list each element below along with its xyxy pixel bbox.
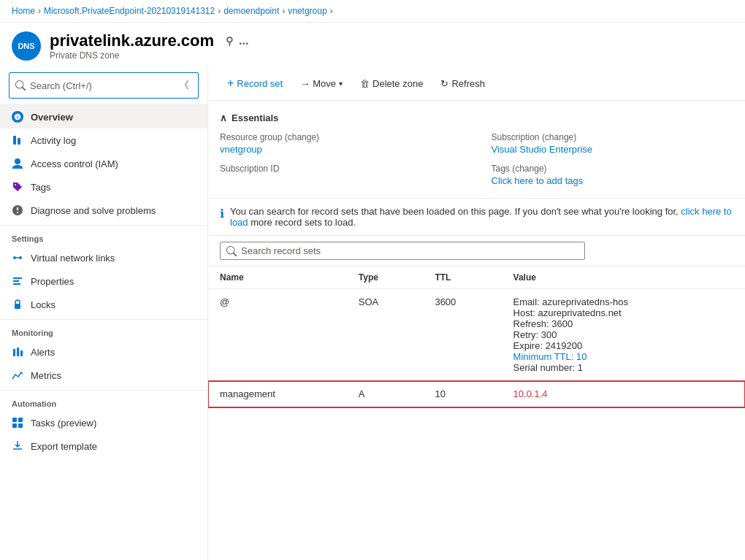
svg-point-4 <box>19 256 22 259</box>
essentials-section: ∧ Essentials Resource group (change) vne… <box>208 101 745 199</box>
sidebar-item-label-properties: Properties <box>31 276 74 287</box>
sidebar-item-label-export-template: Export template <box>31 441 97 452</box>
subscription-value-link[interactable]: Visual Studio Enterprise <box>492 144 593 155</box>
svg-rect-8 <box>13 283 20 285</box>
sidebar-item-export-template[interactable]: Export template <box>0 434 207 458</box>
record-value-cell: 10.0.1.4 <box>502 381 745 407</box>
svg-rect-7 <box>13 280 19 282</box>
sidebar-item-diagnose[interactable]: Diagnose and solve problems <box>0 199 207 222</box>
more-options-icon[interactable]: ... <box>239 34 248 47</box>
diagnose-icon <box>12 204 23 216</box>
sidebar-item-label-locks: Locks <box>31 299 56 310</box>
sidebar-item-overview[interactable]: Overview <box>0 105 207 129</box>
sidebar-item-access-control[interactable]: Access control (IAM) <box>0 152 207 175</box>
pin-icon[interactable]: ⚲ <box>226 35 233 47</box>
sidebar-section-monitoring: Monitoring <box>0 319 207 340</box>
essentials-header[interactable]: ∧ Essentials <box>220 112 733 123</box>
sidebar-item-alerts[interactable]: Alerts <box>0 340 207 364</box>
sidebar-item-tags[interactable]: Tags <box>0 175 207 199</box>
svg-point-3 <box>13 256 16 259</box>
move-button[interactable]: → Move ▾ <box>293 74 350 93</box>
metrics-icon <box>12 369 23 381</box>
table-row[interactable]: management A 10 10.0.1.4 <box>208 381 745 407</box>
sidebar-section-automation: Automation <box>0 390 207 411</box>
sidebar-item-label-activity-log: Activity log <box>31 135 76 146</box>
subscription-change-link[interactable]: (change) <box>542 132 576 142</box>
delete-zone-button[interactable]: 🗑 Delete zone <box>353 74 430 93</box>
move-icon: → <box>300 78 310 89</box>
record-search-input[interactable] <box>241 245 578 256</box>
page-title: privatelink.azure.com <box>50 31 214 50</box>
table-row[interactable]: @ SOA 3600 Email: azureprivatedns-hos Ho… <box>208 289 745 381</box>
breadcrumb: Home › Microsoft.PrivateEndpoint-2021031… <box>0 0 745 23</box>
sidebar-item-label-diagnose: Diagnose and solve problems <box>31 205 156 216</box>
essentials-title: Essentials <box>232 112 278 123</box>
resource-group-change-link[interactable]: (change) <box>285 132 319 142</box>
refresh-button[interactable]: ↻ Refresh <box>433 74 492 93</box>
column-name: Name <box>208 266 347 289</box>
tags-value-link[interactable]: Click here to add tags <box>492 175 584 186</box>
breadcrumb-home[interactable]: Home <box>12 6 35 16</box>
move-chevron-icon: ▾ <box>339 80 343 88</box>
search-input[interactable] <box>30 80 172 91</box>
record-ttl: 3600 <box>423 289 501 381</box>
tasks-preview-icon <box>12 417 23 429</box>
tags-change-link[interactable]: (change) <box>512 164 546 174</box>
record-type: A <box>347 381 424 407</box>
sidebar-item-metrics[interactable]: Metrics <box>0 364 207 387</box>
breadcrumb-vnetgroup[interactable]: vnetgroup <box>288 6 326 16</box>
svg-rect-6 <box>13 277 22 279</box>
essentials-subscription: Subscription (change) Visual Studio Ente… <box>492 132 734 155</box>
dns-icon: DNS <box>12 31 41 61</box>
record-search-area <box>208 236 745 266</box>
sidebar-item-label-tags: Tags <box>31 182 50 193</box>
record-name: management <box>208 381 347 407</box>
search-icon <box>15 80 26 91</box>
essentials-resource-group: Resource group (change) vnetgroup <box>220 132 462 155</box>
sidebar-item-locks[interactable]: Locks <box>0 293 207 316</box>
access-control-icon <box>12 158 23 169</box>
sidebar-item-properties[interactable]: Properties <box>0 269 207 293</box>
sidebar-item-label-vnet-links: Virtual network links <box>31 253 115 264</box>
info-text: You can search for record sets that have… <box>230 206 733 228</box>
alerts-icon <box>12 346 23 358</box>
essentials-collapse-icon: ∧ <box>220 112 227 123</box>
sidebar-item-label-alerts: Alerts <box>31 347 55 358</box>
record-ttl: 10 <box>423 381 501 407</box>
tags-icon <box>12 181 23 193</box>
svg-rect-15 <box>12 423 17 428</box>
sidebar-item-activity-log[interactable]: Activity log <box>0 129 207 152</box>
search-box: 《 <box>0 66 207 105</box>
export-template-icon <box>12 440 23 452</box>
plus-icon: + <box>227 77 234 90</box>
add-record-set-button[interactable]: + Record set <box>220 72 290 94</box>
svg-rect-13 <box>12 418 17 422</box>
page-title-area: privatelink.azure.com ⚲ ... Private DNS … <box>50 31 248 61</box>
page-subtitle: Private DNS zone <box>50 50 248 61</box>
locks-icon <box>12 299 23 310</box>
refresh-icon: ↻ <box>440 78 448 89</box>
resource-group-value-link[interactable]: vnetgroup <box>220 144 262 155</box>
essentials-grid: Resource group (change) vnetgroup Subscr… <box>220 132 733 186</box>
column-ttl: TTL <box>423 266 501 289</box>
breadcrumb-demoendpoint[interactable]: demoendpoint <box>224 6 279 16</box>
sidebar-item-label-overview: Overview <box>31 112 73 123</box>
svg-rect-11 <box>17 348 19 356</box>
essentials-tags: Tags (change) Click here to add tags <box>492 164 734 186</box>
collapse-sidebar-button[interactable]: 《 <box>176 76 192 95</box>
svg-rect-16 <box>18 423 23 428</box>
overview-icon <box>12 111 23 123</box>
sidebar-item-virtual-network-links[interactable]: Virtual network links <box>0 246 207 269</box>
column-type: Type <box>347 266 424 289</box>
sidebar-nav: Overview Activity log Access control (IA… <box>0 105 207 560</box>
sidebar-item-tasks-preview[interactable]: Tasks (preview) <box>0 411 207 434</box>
breadcrumb-endpoint[interactable]: Microsoft.PrivateEndpoint-20210319141312 <box>44 6 215 16</box>
svg-rect-0 <box>13 136 16 145</box>
record-type: SOA <box>347 289 424 381</box>
svg-rect-14 <box>18 418 23 422</box>
delete-icon: 🗑 <box>360 78 370 89</box>
content-area: + Record set → Move ▾ 🗑 Delete zone ↻ Re… <box>208 66 745 560</box>
info-load-link[interactable]: click here to load <box>230 206 732 228</box>
record-search-icon <box>226 246 237 256</box>
sidebar-item-label-access-control: Access control (IAM) <box>31 158 118 169</box>
